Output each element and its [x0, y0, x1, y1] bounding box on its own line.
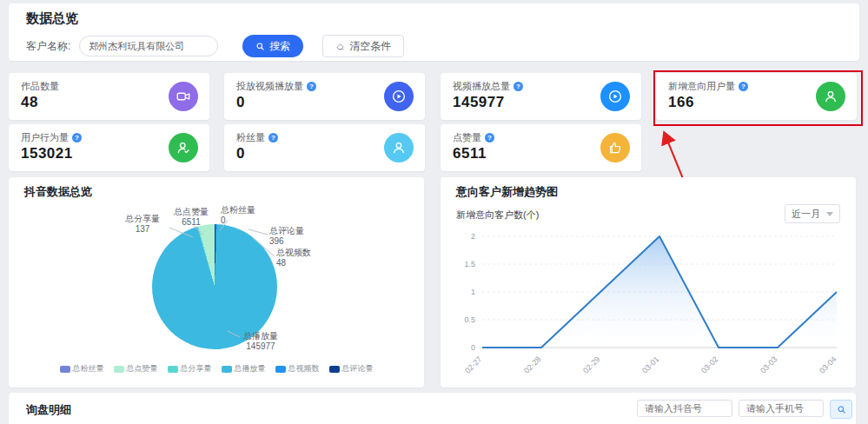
legend-item[interactable]: 总粉丝量	[60, 363, 104, 374]
intent-trend-panel: 意向客户新增趋势图 新增意向客户数(个) 近一月 00.511.5202-270…	[441, 177, 856, 388]
legend-item[interactable]: 总分享量	[168, 363, 212, 374]
header-card: 数据总览 客户名称: 搜索 清空条件	[9, 3, 859, 61]
stat-card-works: 作品数量 48	[9, 73, 209, 120]
clear-button-label: 清空条件	[349, 39, 391, 54]
stat-label: 视频播放总量	[453, 80, 510, 93]
pie-callout-plays: 总播放量145977	[228, 331, 294, 352]
trend-line-chart[interactable]: 00.511.5202-2702-2802-2903-0103-0203-030…	[453, 228, 849, 384]
pie-legend: 总粉丝量总点赞量总分享量总播放量总视频数总评论量	[9, 363, 424, 374]
stat-label: 作品数量	[21, 80, 59, 93]
filter-row: 客户名称: 搜索 清空条件	[26, 35, 404, 57]
svg-text:2: 2	[471, 232, 475, 241]
user-icon	[816, 82, 845, 111]
trend-y-axis-label: 新增意向客户数(个)	[456, 209, 539, 222]
stat-value: 0	[236, 94, 245, 111]
info-icon[interactable]: ?	[739, 82, 748, 91]
svg-text:0: 0	[471, 343, 475, 352]
svg-text:03-03: 03-03	[759, 354, 779, 374]
stat-value: 0	[236, 145, 245, 162]
phone-number-input[interactable]	[739, 400, 824, 417]
search-icon	[255, 42, 265, 51]
stat-value: 145977	[453, 94, 505, 111]
stat-card-likes: 点赞量? 6511	[441, 124, 641, 171]
search-button-label: 搜索	[269, 39, 290, 54]
pie-callout-comments: 总评论量396	[269, 226, 318, 247]
douyin-overview-panel: 抖音数据总览 总分享量137 总点赞量6511 总粉丝量0 总评论量396 总视…	[9, 177, 424, 388]
page-title: 数据总览	[26, 10, 78, 27]
stat-label: 点赞量	[453, 131, 481, 144]
video-icon	[169, 82, 198, 111]
search-icon	[837, 405, 846, 414]
stat-label: 新增意向用户量	[668, 80, 735, 93]
svg-text:02-27: 02-27	[463, 354, 483, 374]
info-icon[interactable]: ?	[514, 82, 523, 91]
svg-text:02-28: 02-28	[522, 354, 542, 374]
customer-name-input[interactable]	[79, 36, 218, 56]
date-range-value: 近一月	[792, 208, 820, 221]
pie-callout-likes: 总点赞量6511	[167, 207, 215, 228]
svg-text:0.5: 0.5	[464, 315, 475, 324]
pie-callout-fans: 总粉丝量0	[221, 205, 269, 226]
trend-panel-title: 意向客户新增趋势图	[456, 184, 558, 200]
info-icon[interactable]: ?	[72, 133, 82, 142]
play-circle-icon	[600, 82, 630, 111]
info-icon[interactable]: ?	[268, 133, 278, 142]
stat-card-fans: 粉丝量? 0	[224, 124, 425, 171]
legend-item[interactable]: 总评论量	[329, 363, 374, 374]
svg-text:02-29: 02-29	[581, 354, 601, 374]
play-circle-icon	[384, 82, 414, 111]
user-icon	[384, 133, 414, 162]
legend-item[interactable]: 总视频数	[275, 363, 320, 374]
stat-label: 用户行为量	[21, 131, 69, 144]
inquiry-search-button[interactable]	[830, 400, 852, 419]
pie-callout-videos: 总视频数48	[276, 248, 325, 268]
stat-value: 153021	[21, 145, 73, 162]
stat-value: 48	[21, 94, 38, 111]
stat-card-user-actions: 用户行为量? 153021	[9, 124, 209, 171]
douyin-id-input[interactable]	[637, 400, 732, 417]
svg-text:1.5: 1.5	[464, 260, 475, 268]
info-icon[interactable]: ?	[307, 82, 316, 91]
svg-text:1: 1	[471, 288, 475, 296]
pie-callout-lines	[9, 177, 424, 388]
stat-card-new-intent-users: 新增意向用户量? 166	[656, 73, 857, 120]
svg-text:03-01: 03-01	[640, 354, 660, 374]
search-button[interactable]: 搜索	[242, 35, 303, 57]
eraser-icon	[335, 42, 345, 51]
pie-callout-shares: 总分享量137	[118, 214, 167, 235]
stat-label: 粉丝量	[236, 131, 265, 144]
stat-card-ad-video-plays: 投放视频播放量? 0	[224, 73, 425, 120]
clear-filters-button[interactable]: 清空条件	[322, 35, 404, 57]
legend-item[interactable]: 总点赞量	[114, 363, 158, 374]
customer-name-label: 客户名称:	[26, 39, 70, 54]
stat-value: 6511	[453, 145, 487, 162]
dashboard-page: 数据总览 客户名称: 搜索 清空条件 作品数量 48 投放	[0, 0, 868, 424]
chevron-down-icon	[826, 212, 833, 216]
user-check-icon	[169, 133, 198, 162]
stat-label: 投放视频播放量	[236, 80, 303, 93]
thumbs-up-icon	[600, 133, 630, 162]
stat-card-total-video-plays: 视频播放总量? 145977	[441, 73, 641, 120]
svg-text:03-02: 03-02	[699, 354, 719, 374]
date-range-select[interactable]: 近一月	[785, 204, 840, 223]
inquiry-title: 询盘明细	[26, 402, 71, 418]
inquiry-details-bar: 询盘明细	[9, 393, 856, 424]
legend-item[interactable]: 总播放量	[222, 363, 266, 374]
stat-value: 166	[668, 94, 694, 111]
svg-text:03-04: 03-04	[818, 354, 838, 374]
info-icon[interactable]: ?	[485, 133, 494, 142]
